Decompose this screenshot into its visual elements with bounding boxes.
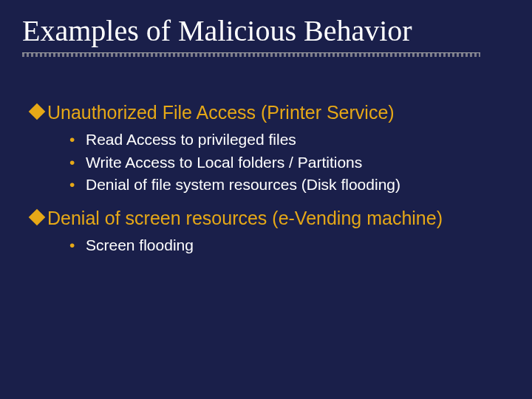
list-item: Write Access to Local folders / Partitio… — [69, 151, 510, 174]
section-1: Denial of screen resources (e-Vending ma… — [22, 207, 510, 257]
slide-title: Examples of Malicious Behavior — [22, 13, 510, 48]
section-0: Unauthorized File Access (Printer Servic… — [22, 101, 510, 197]
list-item: Screen flooding — [69, 234, 510, 256]
list-item: Denial of file system resources (Disk fl… — [69, 174, 510, 196]
diamond-bullet-icon — [29, 103, 46, 120]
section-title: Denial of screen resources (e-Vending ma… — [47, 207, 443, 230]
section-head: Denial of screen resources (e-Vending ma… — [31, 207, 510, 230]
section-title: Unauthorized File Access (Printer Servic… — [47, 101, 395, 124]
slide: Examples of Malicious Behavior Unauthori… — [0, 0, 532, 399]
list-item: Read Access to privileged files — [69, 129, 510, 151]
sub-list: Screen flooding — [69, 234, 510, 256]
diamond-bullet-icon — [29, 208, 46, 225]
section-head: Unauthorized File Access (Printer Servic… — [31, 101, 510, 124]
sub-list: Read Access to privileged files Write Ac… — [69, 129, 510, 196]
title-rule — [22, 52, 480, 57]
